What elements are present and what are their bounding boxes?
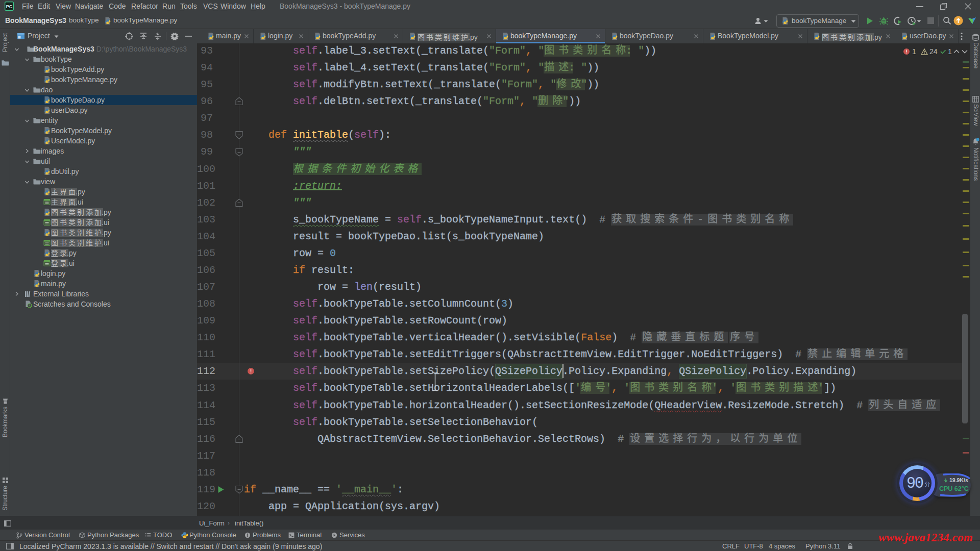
- svg-text:1: 1: [948, 47, 952, 56]
- svg-text:1: 1: [912, 47, 916, 56]
- svg-text:PC: PC: [6, 4, 13, 9]
- svg-text:24: 24: [929, 47, 938, 56]
